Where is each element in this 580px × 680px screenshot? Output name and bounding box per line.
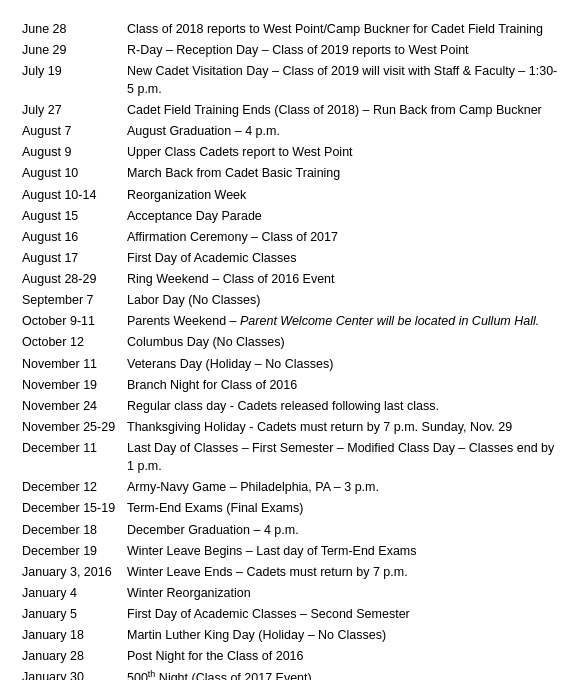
event-description: First Day of Academic Classes bbox=[125, 247, 560, 268]
table-row: January 18Martin Luther King Day (Holida… bbox=[20, 625, 560, 646]
table-row: December 11Last Day of Classes – First S… bbox=[20, 438, 560, 477]
table-row: December 15-19Term-End Exams (Final Exam… bbox=[20, 498, 560, 519]
event-description: Thanksgiving Holiday - Cadets must retur… bbox=[125, 416, 560, 437]
table-row: January 4Winter Reorganization bbox=[20, 582, 560, 603]
table-row: August 28-29Ring Weekend – Class of 2016… bbox=[20, 269, 560, 290]
event-description: 500th Night (Class of 2017 Event) bbox=[125, 667, 560, 680]
event-date: August 16 bbox=[20, 226, 125, 247]
table-row: January 30500th Night (Class of 2017 Eve… bbox=[20, 667, 560, 680]
table-row: January 28Post Night for the Class of 20… bbox=[20, 646, 560, 667]
event-date: August 9 bbox=[20, 142, 125, 163]
event-description: Term-End Exams (Final Exams) bbox=[125, 498, 560, 519]
event-date: August 15 bbox=[20, 205, 125, 226]
table-row: August 9Upper Class Cadets report to Wes… bbox=[20, 142, 560, 163]
event-description: Labor Day (No Classes) bbox=[125, 290, 560, 311]
event-description: Winter Leave Begins – Last day of Term-E… bbox=[125, 540, 560, 561]
event-description: March Back from Cadet Basic Training bbox=[125, 163, 560, 184]
event-date: December 15-19 bbox=[20, 498, 125, 519]
table-row: December 18December Graduation – 4 p.m. bbox=[20, 519, 560, 540]
table-row: August 10-14Reorganization Week bbox=[20, 184, 560, 205]
event-date: August 10-14 bbox=[20, 184, 125, 205]
event-description: R-Day – Reception Day – Class of 2019 re… bbox=[125, 39, 560, 60]
table-row: November 25-29Thanksgiving Holiday - Cad… bbox=[20, 416, 560, 437]
event-description: Veterans Day (Holiday – No Classes) bbox=[125, 353, 560, 374]
table-row: August 16Affirmation Ceremony – Class of… bbox=[20, 226, 560, 247]
table-row: September 7Labor Day (No Classes) bbox=[20, 290, 560, 311]
table-row: July 27Cadet Field Training Ends (Class … bbox=[20, 100, 560, 121]
event-description: Regular class day - Cadets released foll… bbox=[125, 395, 560, 416]
event-date: September 7 bbox=[20, 290, 125, 311]
table-row: August 7August Graduation – 4 p.m. bbox=[20, 121, 560, 142]
event-date: December 19 bbox=[20, 540, 125, 561]
event-description: New Cadet Visitation Day – Class of 2019… bbox=[125, 60, 560, 99]
table-row: November 19Branch Night for Class of 201… bbox=[20, 374, 560, 395]
event-date: August 28-29 bbox=[20, 269, 125, 290]
event-description: Acceptance Day Parade bbox=[125, 205, 560, 226]
event-description: December Graduation – 4 p.m. bbox=[125, 519, 560, 540]
event-description: Columbus Day (No Classes) bbox=[125, 332, 560, 353]
event-description: Last Day of Classes – First Semester – M… bbox=[125, 438, 560, 477]
event-date: November 19 bbox=[20, 374, 125, 395]
event-description: Martin Luther King Day (Holiday – No Cla… bbox=[125, 625, 560, 646]
event-description: Parents Weekend – Parent Welcome Center … bbox=[125, 311, 560, 332]
event-date: December 11 bbox=[20, 438, 125, 477]
event-date: December 12 bbox=[20, 477, 125, 498]
table-row: October 12Columbus Day (No Classes) bbox=[20, 332, 560, 353]
table-row: January 5First Day of Academic Classes –… bbox=[20, 604, 560, 625]
table-row: December 19Winter Leave Begins – Last da… bbox=[20, 540, 560, 561]
event-description: Upper Class Cadets report to West Point bbox=[125, 142, 560, 163]
table-row: October 9-11Parents Weekend – Parent Wel… bbox=[20, 311, 560, 332]
event-date: July 27 bbox=[20, 100, 125, 121]
table-row: December 12Army-Navy Game – Philadelphia… bbox=[20, 477, 560, 498]
event-date: January 28 bbox=[20, 646, 125, 667]
events-table: June 28Class of 2018 reports to West Poi… bbox=[20, 18, 560, 680]
table-row: July 19New Cadet Visitation Day – Class … bbox=[20, 60, 560, 99]
event-date: October 9-11 bbox=[20, 311, 125, 332]
event-description: Class of 2018 reports to West Point/Camp… bbox=[125, 18, 560, 39]
event-description: August Graduation – 4 p.m. bbox=[125, 121, 560, 142]
event-description: Army-Navy Game – Philadelphia, PA – 3 p.… bbox=[125, 477, 560, 498]
table-row: June 29R-Day – Reception Day – Class of … bbox=[20, 39, 560, 60]
event-date: November 24 bbox=[20, 395, 125, 416]
table-row: November 11Veterans Day (Holiday – No Cl… bbox=[20, 353, 560, 374]
event-date: January 5 bbox=[20, 604, 125, 625]
table-row: November 24Regular class day - Cadets re… bbox=[20, 395, 560, 416]
event-description: Winter Leave Ends – Cadets must return b… bbox=[125, 561, 560, 582]
table-row: June 28Class of 2018 reports to West Poi… bbox=[20, 18, 560, 39]
event-description: Winter Reorganization bbox=[125, 582, 560, 603]
event-date: November 11 bbox=[20, 353, 125, 374]
event-date: November 25-29 bbox=[20, 416, 125, 437]
event-description: Reorganization Week bbox=[125, 184, 560, 205]
event-date: January 4 bbox=[20, 582, 125, 603]
event-date: January 18 bbox=[20, 625, 125, 646]
event-date: August 10 bbox=[20, 163, 125, 184]
event-description: Post Night for the Class of 2016 bbox=[125, 646, 560, 667]
table-row: August 17First Day of Academic Classes bbox=[20, 247, 560, 268]
event-description: First Day of Academic Classes – Second S… bbox=[125, 604, 560, 625]
event-date: October 12 bbox=[20, 332, 125, 353]
event-description: Branch Night for Class of 2016 bbox=[125, 374, 560, 395]
event-date: July 19 bbox=[20, 60, 125, 99]
event-description: Ring Weekend – Class of 2016 Event bbox=[125, 269, 560, 290]
table-row: August 15Acceptance Day Parade bbox=[20, 205, 560, 226]
table-row: August 10March Back from Cadet Basic Tra… bbox=[20, 163, 560, 184]
event-date: June 29 bbox=[20, 39, 125, 60]
event-description: Cadet Field Training Ends (Class of 2018… bbox=[125, 100, 560, 121]
table-row: January 3, 2016Winter Leave Ends – Cadet… bbox=[20, 561, 560, 582]
event-date: August 7 bbox=[20, 121, 125, 142]
event-date: December 18 bbox=[20, 519, 125, 540]
event-date: August 17 bbox=[20, 247, 125, 268]
event-date: January 3, 2016 bbox=[20, 561, 125, 582]
event-date: June 28 bbox=[20, 18, 125, 39]
event-description: Affirmation Ceremony – Class of 2017 bbox=[125, 226, 560, 247]
event-date: January 30 bbox=[20, 667, 125, 680]
